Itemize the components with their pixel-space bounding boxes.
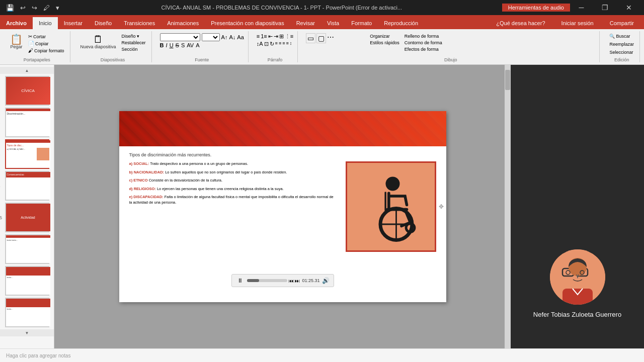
line-spacing-button[interactable]: ↕ (290, 41, 292, 47)
disc-label-discapacidad: e) DISCAPACIDAD: (129, 195, 165, 199)
new-slide-button[interactable]: 🗒 Nueva diapositiva (78, 33, 118, 51)
slide-thumb-4[interactable]: Consecuencias (5, 171, 49, 201)
resize-handle[interactable]: ✥ (439, 203, 444, 210)
clear-format-button[interactable]: Aa (237, 34, 244, 40)
close-button[interactable]: ✕ (617, 0, 640, 15)
bold-button[interactable]: B (160, 42, 164, 48)
select-button[interactable]: Seleccionar (608, 49, 634, 55)
disc-label-religioso: d) RELIGIOSO: (129, 187, 157, 191)
tab-insertar[interactable]: Insertar (58, 17, 89, 29)
audio-tools-tab[interactable]: Herramientas de audio (502, 4, 570, 12)
restore-button[interactable]: ❐ (594, 0, 616, 15)
convert-smartart-button[interactable]: ↻ (270, 41, 274, 47)
arrange-button[interactable]: Organizar (368, 33, 401, 39)
redo-button[interactable]: ↪ (30, 3, 39, 13)
scrollbar-thumb[interactable] (505, 70, 510, 90)
font-family-select[interactable] (160, 33, 200, 41)
progress-bar[interactable] (247, 279, 287, 282)
panel-scroll-down[interactable]: ▼ (0, 329, 54, 336)
minimize-button[interactable]: ─ (570, 0, 593, 15)
disc-text-social: Trato despectivo a una persona o a un gr… (150, 161, 248, 166)
shape-more[interactable]: ⋯ (327, 33, 334, 43)
rewind-button[interactable]: ⏮ (289, 278, 294, 284)
undo-button[interactable]: ↩ (18, 3, 28, 13)
disc-label-nacionalidad: b) NACIONALIDAD: (129, 170, 166, 174)
columns-button[interactable]: ⋮≡ (285, 33, 293, 40)
copy-button[interactable]: 📄Copiar (27, 40, 66, 47)
increase-font-button[interactable]: A↑ (221, 34, 228, 40)
shape-effects-button[interactable]: Efectos de forma (403, 46, 444, 52)
slide-thumb-3[interactable]: Tipos de disc... a) SOCIAL b) NAC... (5, 139, 49, 169)
shape-outline-button[interactable]: Contorno de forma (403, 40, 444, 46)
new-slide-icon: 🗒 (93, 34, 103, 44)
increase-indent-button[interactable]: ⇥ (274, 33, 278, 40)
slide-thumb-5[interactable]: Actividad (5, 203, 49, 232)
align-center-button[interactable]: ≡ (279, 41, 281, 47)
wheelchair-image[interactable] (346, 161, 436, 252)
tab-transiciones[interactable]: Transiciones (118, 17, 161, 29)
font-size-select[interactable] (202, 33, 220, 41)
quick-styles-button[interactable]: Estilos rápidos (368, 40, 401, 46)
svg-rect-14 (562, 289, 593, 305)
tab-archivo[interactable]: Archivo (0, 17, 33, 29)
slide-thumb-6[interactable]: texto texto... (5, 234, 49, 264)
spacing-button[interactable]: AV (187, 42, 194, 48)
section-button[interactable]: Sección (120, 46, 147, 52)
shadow-button[interactable]: S (181, 42, 185, 48)
customize-button[interactable]: 🖊 (41, 3, 52, 13)
share-button[interactable]: Compartir (604, 17, 640, 29)
layout-button[interactable]: Diseño ▾ (120, 33, 147, 39)
text-direction-button[interactable]: ↕A (257, 41, 263, 47)
slide-thumb-1[interactable]: CÍVICA (5, 76, 49, 106)
decrease-font-button[interactable]: A↓ (229, 34, 235, 40)
panel-scroll-up[interactable]: ▲ (0, 67, 54, 74)
shape-rect[interactable]: ▭ (306, 33, 315, 43)
tab-animaciones[interactable]: Animaciones (161, 17, 205, 29)
notes-bar[interactable]: Haga clic para agregar notas (0, 348, 644, 362)
canvas-scrollbar[interactable] (505, 65, 511, 348)
align-right-button[interactable]: ≡ (282, 41, 285, 47)
bullets-button[interactable]: ≡ (257, 33, 260, 40)
reset-button[interactable]: Restablecer (120, 40, 147, 46)
tab-reproduccion[interactable]: Reproducción (378, 17, 424, 29)
tab-presentacion[interactable]: Presentación con diapositivas (205, 17, 290, 29)
justify-button[interactable]: ≡ (286, 41, 288, 47)
smartart-button[interactable]: ⊞ (279, 33, 284, 40)
slide-body: Tipos de discriminación más recurrentes.… (119, 146, 446, 258)
font-color-button[interactable]: A (196, 42, 199, 48)
tab-vista[interactable]: Vista (321, 17, 345, 29)
slide-thumb-2[interactable]: Discriminación... (5, 108, 49, 137)
window-controls: ─ ❐ ✕ (570, 0, 640, 15)
user-name-label: Nefer Tobias Zuloeta Guerrero (533, 311, 621, 318)
canvas-area[interactable]: Tipos de discriminación más recurrentes.… (54, 65, 511, 348)
down-arrow-icon[interactable]: ▾ (54, 3, 61, 13)
italic-button[interactable]: I (166, 42, 168, 48)
volume-button[interactable]: 🔊 (322, 277, 330, 284)
strikethrough-button[interactable]: S (176, 42, 179, 48)
media-controls: ⏸ ⏮ ⏭ 01:25.31 🔊 (231, 274, 334, 287)
shape-fill-button[interactable]: Relleno de forma (403, 33, 444, 39)
paste-button[interactable]: 📋 Pegar (8, 33, 25, 51)
format-painter-button[interactable]: 🖌Copiar formato (27, 47, 66, 54)
slide-thumb-7[interactable]: texto... (5, 266, 49, 296)
tab-formato[interactable]: Formato (345, 17, 378, 29)
tab-revisar[interactable]: Revisar (290, 17, 321, 29)
slide-thumb-8[interactable]: texto... (5, 298, 49, 327)
find-button[interactable]: 🔍Buscar (608, 33, 631, 39)
tab-inicio[interactable]: Inicio (33, 17, 58, 29)
ribbon-group-edicion: 🔍Buscar Reemplazar Seleccionar Edición (604, 31, 640, 62)
sign-in-button[interactable]: Iniciar sesión (555, 17, 600, 29)
numbering-button[interactable]: 1≡ (261, 33, 267, 40)
cut-button[interactable]: ✂Cortar (27, 33, 66, 40)
help-search[interactable]: ¿Qué desea hacer? (490, 17, 551, 29)
decrease-indent-button[interactable]: ⇤ (268, 33, 273, 40)
tab-diseno[interactable]: Diseño (89, 17, 118, 29)
align-text-button[interactable]: ⊡ (264, 41, 269, 47)
forward-button[interactable]: ⏭ (295, 278, 300, 284)
align-left-button[interactable]: ≡ (275, 41, 278, 47)
play-pause-button[interactable]: ⏸ (235, 277, 245, 285)
underline-button[interactable]: U (170, 42, 174, 48)
shape-rounded-rect[interactable]: ▢ (316, 33, 326, 43)
replace-button[interactable]: Reemplazar (608, 41, 635, 47)
save-button[interactable]: 💾 (4, 3, 16, 13)
